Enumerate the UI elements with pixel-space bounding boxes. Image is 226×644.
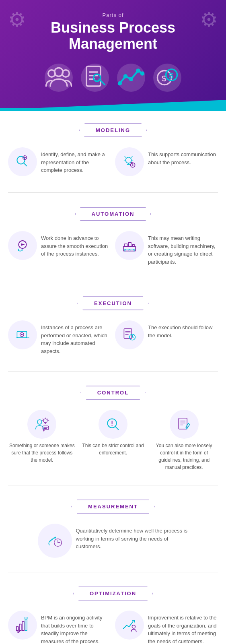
svg-point-78 [132, 625, 135, 628]
gear-right-icon: ⚙ [200, 8, 218, 31]
svg-rect-34 [133, 250, 134, 251]
svg-rect-28 [125, 244, 127, 246]
svg-point-46 [43, 419, 47, 423]
header-icons: $ $ [8, 64, 218, 92]
section-optimization: OPTIMIZATION BPM i [8, 574, 218, 644]
svg-rect-29 [129, 243, 131, 247]
svg-rect-33 [129, 250, 130, 251]
automation-item-2: This may mean writing software, building… [115, 231, 218, 266]
svg-line-49 [47, 419, 48, 420]
doc-clock-icon [115, 320, 144, 349]
control-header: CONTROL [8, 386, 218, 400]
optimization-desc-1: BPM is an ongoing activity that builds o… [41, 611, 111, 644]
modeling-badge: MODELING [79, 123, 147, 137]
modeling-header: MODELING [8, 123, 218, 137]
svg-rect-74 [22, 621, 24, 630]
people-icon [45, 64, 73, 92]
modeling-item-2: This supports communication about the pr… [115, 147, 218, 176]
automation-desc-1: Work done in advance to assure the smoot… [41, 231, 111, 258]
svg-rect-75 [25, 619, 27, 631]
measurement-desc: Quantitatively determine how well the pr… [76, 524, 189, 551]
modeling-content: Identify, define, and make a representat… [8, 147, 218, 176]
gear-play-icon [8, 231, 37, 260]
measurement-badge: MEASUREMENT [71, 500, 155, 514]
execution-header: EXECUTION [8, 296, 218, 310]
divider-1 [8, 192, 218, 193]
factory-icon [115, 231, 144, 260]
section-modeling: MODELING Identify, define, and make a re… [8, 111, 218, 190]
svg-point-60 [111, 425, 112, 425]
svg-rect-38 [124, 329, 131, 339]
control-item-3: You can also more loosely control it in … [150, 410, 218, 471]
automation-badge: AUTOMATION [75, 207, 152, 221]
money-icon: $ $ [153, 64, 181, 92]
search-exclaim-icon [99, 410, 127, 439]
execution-desc-2: The execution should follow the model. [148, 320, 218, 339]
modeling-item-1: Identify, define, and make a representat… [8, 147, 111, 176]
svg-rect-27 [123, 247, 136, 251]
measurement-content: Quantitatively determine how well the pr… [8, 524, 218, 558]
modeling-desc-2: This supports communication about the pr… [148, 147, 218, 166]
svg-point-21 [125, 157, 131, 163]
execution-content: Instances of a process are performed or … [8, 320, 218, 355]
header-subtitle: Parts of [8, 12, 218, 18]
gear-left-icon: ⚙ [8, 8, 26, 31]
divider-4 [8, 485, 218, 485]
optimization-desc-2: Improvement is relative to the goals of … [148, 611, 218, 644]
control-desc-2: This can be strict control and enforceme… [79, 442, 147, 471]
svg-line-19 [24, 163, 27, 166]
section-control: CONTROL [8, 374, 218, 483]
chart-person-icon [115, 611, 144, 640]
control-content: Something or someone makes sure that the… [8, 410, 218, 471]
svg-rect-73 [19, 624, 21, 631]
automation-content: Work done in advance to assure the smoot… [8, 231, 218, 266]
measure-clock-icon [38, 524, 72, 558]
automation-header: AUTOMATION [8, 207, 218, 221]
header-title: Business Process Management [8, 20, 218, 52]
svg-point-13 [140, 71, 145, 76]
person-lightbulb-icon [27, 410, 56, 439]
document-icon [81, 64, 109, 92]
svg-point-1 [55, 68, 63, 76]
svg-rect-32 [125, 250, 126, 251]
control-desc-3: You can also more loosely control it in … [150, 442, 218, 471]
svg-line-70 [50, 542, 51, 542]
optimization-header: OPTIMIZATION [8, 586, 218, 601]
chart-gear-icon [8, 611, 37, 640]
laptop-gear-icon [8, 320, 37, 349]
execution-badge: EXECUTION [77, 296, 149, 310]
svg-point-12 [136, 68, 140, 73]
svg-point-10 [123, 74, 128, 78]
svg-line-48 [43, 419, 44, 420]
svg-point-9 [118, 81, 122, 86]
doc-pencil-icon [170, 410, 199, 439]
measurement-header: MEASUREMENT [8, 500, 218, 514]
svg-point-11 [129, 77, 134, 81]
lightbulb-gear-icon [115, 147, 144, 176]
modeling-desc-1: Identify, define, and make a representat… [41, 147, 111, 174]
optimization-item-2: Improvement is relative to the goals of … [115, 611, 218, 644]
control-item-2: This can be strict control and enforceme… [79, 410, 147, 471]
chart-icon [117, 64, 145, 92]
execution-item-1: Instances of a process are performed or … [8, 320, 111, 355]
page-header: ⚙ ⚙ Parts of Business Process Management [0, 0, 226, 108]
svg-line-58 [115, 427, 119, 430]
optimization-badge: OPTIMIZATION [73, 586, 153, 601]
divider-2 [8, 282, 218, 282]
search-gear-icon [8, 147, 37, 176]
control-desc-1: Something or someone makes sure that the… [8, 442, 76, 471]
optimization-item-1: BPM is an ongoing activity that builds o… [8, 611, 111, 644]
automation-item-1: Work done in advance to assure the smoot… [8, 231, 111, 260]
section-execution: EXECUTION Instances of a process are per… [8, 284, 218, 369]
section-automation: AUTOMATION Work done in advance to assur… [8, 195, 218, 280]
blue-divider [0, 108, 226, 111]
svg-text:$: $ [169, 71, 174, 80]
automation-desc-2: This may mean writing software, building… [148, 231, 218, 266]
control-item-1: Something or someone makes sure that the… [8, 410, 76, 471]
execution-item-2: The execution should follow the model. [115, 320, 218, 349]
svg-rect-30 [132, 245, 134, 247]
main-content: MODELING Identify, define, and make a re… [0, 111, 226, 644]
svg-point-45 [37, 420, 42, 424]
optimization-content: BPM is an ongoing activity that builds o… [8, 611, 218, 644]
control-badge: CONTROL [80, 386, 146, 400]
